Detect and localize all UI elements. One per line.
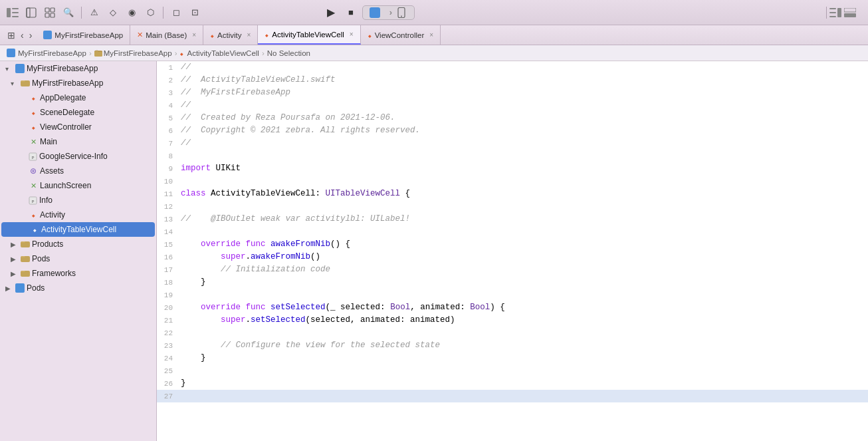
disclosure-frameworks: ▶: [11, 270, 19, 277]
project-scheme-icon: [370, 7, 380, 18]
sidebar-item-appdelegate[interactable]: ⬥ AppDelegate: [0, 90, 156, 105]
line-content-27: [181, 390, 868, 402]
code-line-26: 26}: [157, 377, 868, 390]
breakpoint-button[interactable]: ◉: [124, 5, 139, 20]
tab-label-5: ViewController: [375, 31, 425, 39]
line-number-17: 17: [157, 263, 181, 276]
project-scheme-selector[interactable]: ›: [362, 5, 415, 20]
code-line-1: 1//: [157, 61, 868, 74]
sidebar-item-frameworks[interactable]: ▶ Frameworks: [0, 266, 156, 281]
add-button[interactable]: [24, 5, 39, 20]
proj-icon: [15, 64, 25, 73]
bookmark-button[interactable]: ◇: [106, 5, 120, 20]
run-button[interactable]: ▶: [322, 5, 340, 20]
group-app-label: MyFirstFirebaseApp: [32, 78, 103, 88]
svg-rect-7: [51, 8, 54, 12]
sidebar-item-assets[interactable]: ⊛ Assets: [0, 164, 156, 178]
tab-label-3: Activity: [217, 31, 241, 39]
svg-rect-9: [51, 13, 54, 17]
info-label: Info: [39, 196, 53, 205]
line-content-25: [181, 365, 868, 377]
pods-root-icon: [15, 283, 25, 293]
breadcrumb-swift-icon: ⬥: [179, 49, 184, 57]
grid-view-button[interactable]: ⊞: [5, 30, 17, 41]
breadcrumb-item-2[interactable]: MyFirstFirebaseApp: [104, 49, 172, 57]
search-button[interactable]: 🔍: [61, 5, 76, 20]
line-number-14: 14: [157, 225, 181, 238]
tab-bar: ⊞ ‹ › MyFirstFirebaseApp ✕ Main (Base) ×…: [0, 25, 868, 45]
scenedelegate-label: SceneDelegate: [40, 108, 94, 117]
svg-rect-16: [844, 8, 856, 12]
tab-activity[interactable]: ⬥ Activity ×: [203, 25, 258, 45]
tab-close-2[interactable]: ×: [192, 31, 196, 39]
sidebar-item-root-proj[interactable]: ▾ MyFirstFirebaseApp: [0, 61, 156, 76]
code-editor[interactable]: 1//2// ActivityTableViewCell.swift3// My…: [157, 61, 868, 441]
back-nav-button[interactable]: ‹: [19, 30, 26, 41]
launchscreen-label: LaunchScreen: [40, 181, 91, 190]
tab-main-base[interactable]: ✕ Main (Base) ×: [130, 25, 203, 45]
svg-rect-1: [12, 8, 19, 9]
assistant-button[interactable]: ⊡: [187, 5, 202, 20]
tab-activity-table-view-cell[interactable]: ⬥ ActivityTableViewCell ×: [258, 25, 360, 45]
svg-rect-12: [837, 8, 841, 17]
line-content-3: // MyFirstFirebaseApp: [181, 86, 868, 99]
warning-button[interactable]: ⚠: [87, 5, 102, 20]
tab-close-4[interactable]: ×: [350, 31, 354, 38]
breadcrumb-item-1[interactable]: MyFirstFirebaseApp: [18, 49, 86, 57]
appdelegate-label: AppDelegate: [40, 93, 86, 102]
code-line-12: 12: [157, 200, 868, 213]
line-number-3: 3: [157, 86, 181, 99]
sidebar-item-scenedelegate[interactable]: ⬥ SceneDelegate: [0, 105, 156, 120]
code-line-8: 8: [157, 150, 868, 162]
inspector-toggle-button[interactable]: [828, 5, 843, 20]
stop-button[interactable]: ■: [342, 5, 360, 20]
breadcrumb-sep-3: ›: [262, 49, 265, 57]
svg-rect-8: [45, 13, 49, 17]
line-number-26: 26: [157, 377, 181, 390]
tab-icon-activity: ⬥: [210, 31, 215, 39]
breadcrumb-item-3[interactable]: ActivityTableViewCell: [187, 49, 259, 57]
tab-label-4: ActivityTableViewCell: [272, 31, 344, 39]
sidebar-item-info[interactable]: P Info: [0, 193, 156, 208]
code-line-2: 2// ActivityTableViewCell.swift: [157, 74, 868, 86]
line-number-20: 20: [157, 301, 181, 314]
products-label: Products: [32, 239, 63, 249]
folder-icon-frameworks: [21, 269, 30, 277]
localize-button[interactable]: ◻: [169, 5, 183, 20]
code-line-19: 19: [157, 289, 868, 301]
scheme-separator: ›: [389, 7, 392, 17]
line-number-18: 18: [157, 276, 181, 289]
line-number-24: 24: [157, 352, 181, 365]
line-number-23: 23: [157, 339, 181, 352]
sidebar-item-activity-file[interactable]: ⬥ Activity: [0, 208, 156, 222]
code-line-9: 9import UIKit: [157, 162, 868, 175]
line-number-7: 7: [157, 137, 181, 150]
forward-nav-button[interactable]: ›: [27, 30, 35, 41]
divider-right: [826, 7, 827, 19]
svg-text:P: P: [31, 199, 34, 203]
tab-close-3[interactable]: ×: [247, 31, 251, 39]
main-layout: ▾ MyFirstFirebaseApp ▾ MyFirstFirebaseAp…: [0, 61, 868, 441]
sidebar-item-launchscreen[interactable]: ✕ LaunchScreen: [0, 178, 156, 193]
sidebar-item-pods-group[interactable]: ▶ Pods: [0, 251, 156, 266]
sidebar-item-googleservice[interactable]: P GoogleService-Info: [0, 149, 156, 164]
sidebar-item-main[interactable]: ✕ Main: [0, 134, 156, 149]
sidebar-item-group-app[interactable]: ▾ MyFirstFirebaseApp: [0, 76, 156, 90]
tab-close-5[interactable]: ×: [429, 31, 433, 39]
breadcrumb-item-2-wrap[interactable]: MyFirstFirebaseApp: [94, 49, 172, 57]
tab-view-controller[interactable]: ⬥ ViewController ×: [361, 25, 441, 45]
line-content-21: super.setSelected(selected, animated: an…: [181, 314, 868, 327]
sidebar-item-pods-root[interactable]: ▶ Pods: [0, 281, 156, 295]
tab-my-first-firebase-app[interactable]: MyFirstFirebaseApp: [37, 25, 130, 45]
line-content-24: }: [181, 352, 868, 365]
sidebar-toggle-button[interactable]: [5, 5, 20, 20]
line-number-21: 21: [157, 314, 181, 327]
sidebar-item-viewcontroller[interactable]: ⬥ ViewController: [0, 120, 156, 134]
debug-panel-button[interactable]: [843, 5, 857, 20]
sidebar-item-products[interactable]: ▶ Products: [0, 237, 156, 251]
sidebar-item-activitytableviewcell[interactable]: ⬥ ActivityTableViewCell: [1, 222, 155, 237]
hierarchy-button[interactable]: [43, 5, 57, 20]
environment-button[interactable]: ⬡: [143, 5, 158, 20]
tab-label-2: Main (Base): [146, 31, 187, 39]
breadcrumb-item-4[interactable]: No Selection: [267, 49, 310, 57]
